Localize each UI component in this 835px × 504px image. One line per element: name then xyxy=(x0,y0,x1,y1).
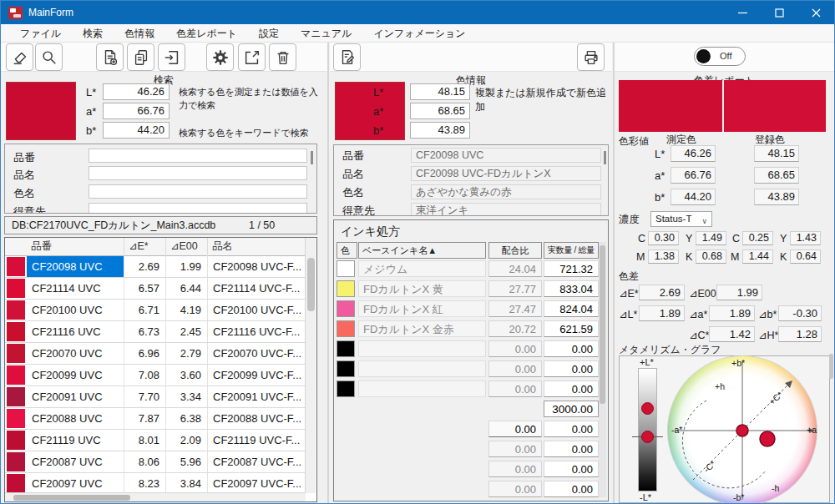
table-row[interactable]: CF20099 UVC 7.08 3.60 CF20099 UVC-F... xyxy=(5,365,306,386)
measured-y-density[interactable]: 1.49 xyxy=(696,231,726,245)
ink-amount[interactable]: 833.04 xyxy=(544,280,599,297)
ink-amount[interactable]: 0.00 xyxy=(544,441,599,457)
menu-item[interactable]: ファイル xyxy=(9,24,72,43)
ink-extra-row[interactable]: 0.00 0.00 xyxy=(334,441,608,457)
shikimei-input[interactable] xyxy=(89,184,307,199)
delta-e-value[interactable]: 2.69 xyxy=(639,285,685,300)
ink-amount[interactable]: 824.04 xyxy=(544,300,599,317)
hinmei-input[interactable] xyxy=(89,166,307,180)
registered-l-value[interactable]: 48.15 xyxy=(754,145,799,162)
table-row[interactable]: CF20100 UVC 6.71 4.19 CF20100 UVC-F... xyxy=(5,300,306,321)
hinban-input[interactable] xyxy=(89,149,307,163)
delta-l-value[interactable]: 1.89 xyxy=(639,305,685,321)
ink-row[interactable]: FDカルトンX 黄 27.77 833.04 xyxy=(334,280,608,297)
report-toggle[interactable]: Off xyxy=(694,47,746,66)
ink-row[interactable]: 0.00 0.00 xyxy=(334,381,608,397)
menu-item[interactable]: 色情報 xyxy=(114,24,165,43)
table-row[interactable]: CF20088 UVC 7.87 6.38 CF20088 UVC-F... xyxy=(5,408,306,430)
import-button[interactable] xyxy=(158,43,185,71)
maximize-button[interactable] xyxy=(761,1,797,24)
search-a-value[interactable]: 66.76 xyxy=(103,103,170,119)
table-row[interactable]: CF21116 UVC 6.73 2.45 CF21116 UVC-F... xyxy=(5,321,306,343)
measured-a-value[interactable]: 66.76 xyxy=(671,167,716,184)
ink-header-color[interactable]: 色 xyxy=(337,242,357,259)
table-row[interactable]: CF20091 UVC 7.70 3.34 CF20091 UVC-F... xyxy=(5,386,306,408)
registered-m-density[interactable]: 1.44 xyxy=(742,249,773,264)
table-vertical-scrollbar[interactable] xyxy=(305,238,316,493)
fields-scrollbar[interactable] xyxy=(311,151,313,164)
header-hinmei[interactable]: 品名 xyxy=(207,238,306,256)
print-button[interactable] xyxy=(577,43,605,71)
tokuisaki-input[interactable] xyxy=(89,203,307,214)
ink-header-ratio[interactable]: 配合比 xyxy=(488,242,542,259)
info-l-value[interactable]: 48.15 xyxy=(410,83,470,100)
search-b-value[interactable]: 44.20 xyxy=(103,122,170,139)
registered-k-density[interactable]: 0.64 xyxy=(790,249,821,264)
ink-row[interactable]: 0.00 0.00 xyxy=(334,360,608,377)
info-a-value[interactable]: 68.65 xyxy=(410,103,470,119)
edit-button[interactable] xyxy=(333,43,361,71)
ink-amount[interactable]: 721.32 xyxy=(544,260,599,277)
ink-vertical-scrollbar[interactable] xyxy=(599,242,606,497)
info-field-value[interactable]: 東洋インキ xyxy=(411,203,601,216)
close-button[interactable] xyxy=(797,1,834,24)
delta-h-value[interactable]: 1.28 xyxy=(778,326,822,342)
info-field-value[interactable]: CF20098 UVC-FDカルトンX xyxy=(411,166,601,181)
delta-e00-value[interactable]: 1.99 xyxy=(716,285,762,300)
menu-item[interactable]: マニュアル xyxy=(290,24,362,43)
density-mode-dropdown[interactable]: Status-T ∨ xyxy=(650,211,712,227)
minimize-button[interactable] xyxy=(724,1,761,24)
table-row[interactable]: CF20098 UVC 2.69 1.99 CF20098 UVC-F... xyxy=(5,256,306,278)
ink-amount[interactable]: 0.00 xyxy=(544,461,599,477)
ink-amount[interactable]: 0.00 xyxy=(544,421,599,437)
table-row[interactable]: CF20087 UVC 8.06 5.96 CF20087 UVC-F... xyxy=(5,451,306,473)
ink-amount[interactable]: 0.00 xyxy=(544,501,599,501)
ink-row[interactable]: メジウム 24.04 721.32 xyxy=(334,260,608,277)
table-horizontal-scrollbar[interactable] xyxy=(5,492,306,501)
table-row[interactable]: CF21119 UVC 8.01 2.09 CF21119 UVC-F... xyxy=(5,430,306,451)
info-fields-scrollbar[interactable] xyxy=(604,151,606,164)
new-record-button[interactable] xyxy=(96,43,124,71)
delta-c-value[interactable]: 1.42 xyxy=(709,326,755,342)
table-row[interactable]: CF21114 UVC 6.57 6.44 CF21114 UVC-F... xyxy=(5,278,306,300)
registered-b-value[interactable]: 43.89 xyxy=(754,189,799,205)
ink-row[interactable]: FDカルトンX 金赤 20.72 621.59 xyxy=(334,320,608,337)
ink-row[interactable]: 0.00 0.00 xyxy=(334,340,608,357)
menu-item[interactable]: 検索 xyxy=(72,24,114,43)
report-scrollbar[interactable] xyxy=(829,354,833,379)
registered-c-density[interactable]: 0.25 xyxy=(742,231,773,245)
registered-y-density[interactable]: 1.43 xyxy=(790,231,821,245)
ink-extra-row[interactable]: 0.00 0.00 xyxy=(334,501,608,501)
menu-item[interactable]: インフォメーション xyxy=(362,24,476,43)
info-field-value[interactable]: CF20098 UVC xyxy=(411,148,601,163)
ink-extra-row[interactable]: 0.00 0.00 xyxy=(334,461,608,477)
ink-amount[interactable]: 0.00 xyxy=(544,360,599,377)
registered-a-value[interactable]: 68.65 xyxy=(754,167,799,184)
ink-amount[interactable]: 0.00 xyxy=(544,340,599,357)
measured-l-value[interactable]: 46.26 xyxy=(671,145,716,162)
ink-extra-row[interactable]: 0.00 0.00 xyxy=(334,481,608,497)
search-button[interactable] xyxy=(35,43,63,71)
search-l-value[interactable]: 46.26 xyxy=(103,83,170,100)
delete-button[interactable] xyxy=(269,43,296,71)
ink-row[interactable]: FDカルトンX 紅 27.47 824.04 xyxy=(334,300,608,317)
measured-b-value[interactable]: 44.20 xyxy=(671,189,716,205)
table-row[interactable]: CF20070 UVC 6.96 2.79 CF20070 UVC-F... xyxy=(5,343,306,365)
ink-amount[interactable]: 0.00 xyxy=(544,481,599,497)
menu-item[interactable]: 設定 xyxy=(248,24,290,43)
copy-button[interactable] xyxy=(127,43,154,71)
measured-m-density[interactable]: 1.38 xyxy=(648,249,679,264)
ink-header-name[interactable]: ベースインキ名▲ xyxy=(358,242,486,259)
header-delta-e00[interactable]: ⊿E00 xyxy=(165,238,207,256)
ink-total-amount[interactable]: 3000.00 xyxy=(544,401,599,417)
header-hinban[interactable]: 品番 xyxy=(27,238,124,256)
header-delta-e[interactable]: ⊿E* xyxy=(124,238,165,256)
measured-c-density[interactable]: 0.30 xyxy=(648,231,679,245)
info-field-value[interactable]: あざやかな黄みの赤 xyxy=(411,184,601,199)
info-b-value[interactable]: 43.89 xyxy=(410,122,470,139)
measured-k-density[interactable]: 0.68 xyxy=(696,249,726,264)
settings-button[interactable] xyxy=(206,43,234,71)
ink-extra-row[interactable]: 0.00 0.00 xyxy=(334,421,608,437)
ink-amount[interactable]: 0.00 xyxy=(544,381,599,397)
clear-button[interactable] xyxy=(6,43,33,71)
